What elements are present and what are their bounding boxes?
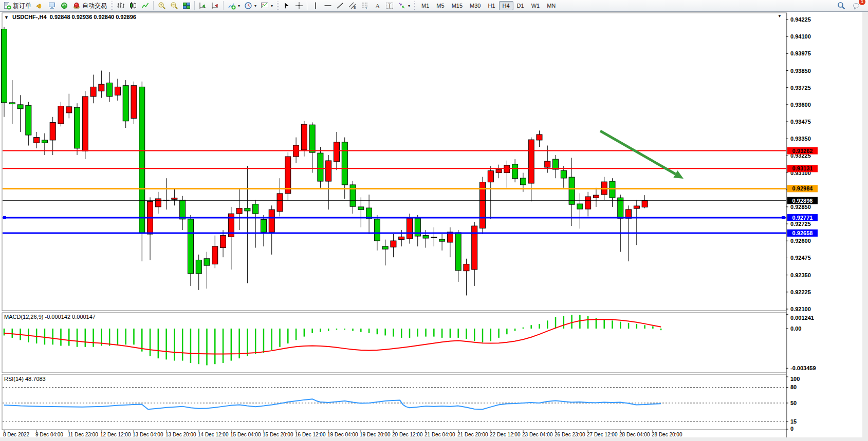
- symbol-menu-icon[interactable]: ▼: [4, 15, 9, 20]
- bear-candle: [107, 83, 113, 97]
- clock-icon: [244, 2, 252, 10]
- timeframe-button-w1[interactable]: W1: [528, 1, 544, 10]
- bear-candle: [42, 140, 47, 143]
- bear-candle: [75, 107, 80, 148]
- templates-button[interactable]: ▾: [258, 0, 275, 11]
- horn-icon: [35, 2, 44, 10]
- bull-candle: [99, 84, 104, 91]
- price-tick-label: 0.93350: [790, 136, 811, 142]
- chart-window[interactable]: 0.942250.941000.939750.938500.937250.936…: [0, 12, 868, 441]
- rsi-tick-label: 50: [790, 400, 797, 406]
- timeframe-button-m15[interactable]: M15: [448, 1, 466, 10]
- time-tick-label: 8 Dec 2022: [3, 432, 30, 437]
- price-tick-label: 0.92225: [790, 289, 811, 295]
- price-tick-label: 0.93475: [790, 119, 811, 125]
- signals-button[interactable]: [58, 0, 70, 11]
- bull-candle: [399, 237, 404, 239]
- text-label-button[interactable]: T: [383, 0, 396, 11]
- price-badge-label: 0.92896: [792, 198, 813, 204]
- terminal-button[interactable]: [46, 0, 58, 11]
- rsi-indicator-label: RSI(14) 48.7083: [4, 376, 46, 382]
- price-badge-label: 0.93262: [792, 148, 813, 154]
- price-tick-label: 0.92600: [790, 238, 811, 244]
- timeframe-button-h1[interactable]: H1: [484, 1, 498, 10]
- timeframe-button-d1[interactable]: D1: [513, 1, 528, 10]
- vertical-line-button[interactable]: [309, 0, 322, 11]
- tile-windows-button[interactable]: [180, 0, 193, 11]
- bull-candle: [172, 198, 177, 200]
- time-tick-label: 19 Dec 04:00: [327, 432, 358, 437]
- bear-candle: [123, 86, 128, 121]
- periods-button[interactable]: ▾: [242, 0, 258, 11]
- macd-tick-label: 0.00: [790, 325, 801, 332]
- candles-icon: [129, 2, 137, 10]
- zoom-out-button[interactable]: [168, 0, 180, 11]
- line-chart-button[interactable]: [139, 0, 152, 11]
- bear-candle: [318, 153, 323, 181]
- bull-candle: [537, 135, 542, 140]
- line-handle[interactable]: [782, 216, 785, 219]
- bear-candle: [610, 181, 615, 198]
- price-axis[interactable]: 0.942250.941000.939750.938500.937250.936…: [786, 16, 811, 312]
- timeframe-button-h4[interactable]: H4: [499, 1, 513, 10]
- autotrading-button[interactable]: 自动交易: [70, 0, 109, 11]
- arrows-button[interactable]: ▾: [396, 0, 412, 11]
- indicators-button[interactable]: ▾: [226, 0, 242, 11]
- bull-candle: [212, 246, 218, 264]
- bear-candle: [261, 219, 266, 232]
- time-tick-label: 19 Dec 20:00: [360, 432, 391, 437]
- crosshair-button[interactable]: [293, 0, 305, 11]
- rsi-axis: 1008050150: [786, 376, 800, 432]
- time-tick-label: 15 Dec 20:00: [263, 432, 293, 437]
- window-bottom-strip: [0, 437, 868, 441]
- zoom-in-button[interactable]: [156, 0, 168, 11]
- time-tick-label: 9 Dec 04:00: [35, 432, 63, 437]
- timeframe-button-m5[interactable]: M5: [433, 1, 448, 10]
- time-tick-label: 26 Dec 23:00: [555, 432, 585, 437]
- bear-candle: [577, 204, 583, 209]
- bull-candle: [90, 87, 96, 97]
- time-tick-label: 22 Dec 12:00: [490, 432, 521, 437]
- cursor-button[interactable]: [281, 0, 293, 11]
- bull-candle: [334, 142, 339, 162]
- time-tick-label: 21 Dec 20:00: [457, 432, 488, 437]
- toolbar: 新订单自动交易▾▾▾EFAT▾M1M5M15M30H1H4D1W1MN1: [0, 0, 868, 12]
- time-tick-label: 23 Dec 04:00: [522, 432, 553, 437]
- bear-candle: [180, 200, 186, 219]
- horizontal-line-button[interactable]: [322, 0, 334, 11]
- bear-candle: [423, 236, 429, 238]
- zoomout-icon: [170, 2, 178, 10]
- bear-candle: [439, 239, 445, 241]
- search-button[interactable]: [835, 0, 847, 11]
- chartshift-icon: [211, 2, 219, 10]
- text-button[interactable]: A: [371, 0, 383, 11]
- timeframe-button-m1[interactable]: M1: [418, 1, 433, 10]
- chat-button[interactable]: 1: [851, 0, 863, 11]
- trendline-button[interactable]: [334, 0, 346, 11]
- auto-scroll-button[interactable]: [197, 0, 209, 11]
- time-axis[interactable]: 8 Dec 20229 Dec 04:0011 Dec 23:0012 Dec …: [3, 430, 682, 437]
- new-order-button[interactable]: 新订单: [1, 0, 33, 11]
- bar-chart-button[interactable]: [115, 0, 127, 11]
- textA-icon: A: [373, 2, 381, 10]
- bull-candle: [528, 140, 534, 183]
- sound-alert-button[interactable]: [33, 0, 46, 11]
- monitor-icon: [48, 2, 56, 10]
- main-pane[interactable]: [2, 13, 787, 311]
- candlestick-chart-button[interactable]: [127, 0, 139, 11]
- bear-candle: [512, 164, 518, 179]
- chart-canvas[interactable]: 0.942250.941000.939750.938500.937250.936…: [0, 12, 868, 441]
- timeframe-button-m30[interactable]: M30: [466, 1, 484, 10]
- chart-shift-button[interactable]: [209, 0, 221, 11]
- channel-button[interactable]: E: [346, 0, 359, 11]
- macd-pane[interactable]: [2, 313, 787, 373]
- line-handle[interactable]: [3, 216, 6, 219]
- macd-indicator-label: MACD(12,26,9) -0.000142 0.000147: [4, 314, 96, 320]
- chart-shift-marker[interactable]: ▼: [778, 14, 782, 18]
- price-tick-label: 0.92475: [790, 255, 811, 261]
- chevron-down-icon: ▾: [254, 4, 256, 8]
- macd-tick-label: -0.003459: [790, 365, 816, 371]
- timeframe-button-mn[interactable]: MN: [543, 1, 559, 10]
- fibonacci-button[interactable]: F: [359, 0, 371, 11]
- toolbar-separator: [307, 1, 308, 10]
